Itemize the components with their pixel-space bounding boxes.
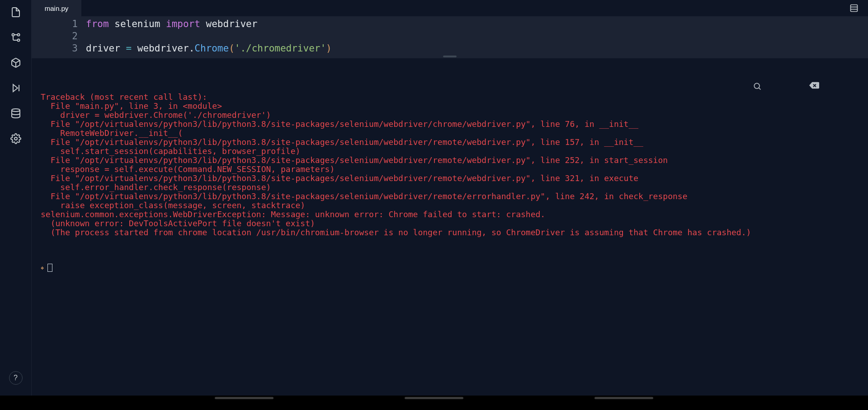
tab-label: main.py — [45, 5, 69, 12]
pane-resize-handle[interactable] — [32, 55, 868, 58]
svg-point-0 — [12, 34, 14, 36]
console-text: Traceback (most recent call last): File … — [41, 93, 859, 237]
svg-point-7 — [14, 137, 17, 140]
main-area: main.py 123 from selenium import webdriv… — [32, 0, 868, 396]
version-control-icon[interactable] — [10, 32, 22, 43]
svg-marker-4 — [13, 84, 18, 92]
tab-main-py[interactable]: main.py — [32, 0, 81, 16]
code-editor[interactable]: 123 from selenium import webdriverdriver… — [32, 16, 868, 55]
packages-icon[interactable] — [10, 57, 22, 69]
svg-point-1 — [17, 39, 19, 42]
left-sidebar: ? — [0, 0, 32, 396]
svg-line-12 — [759, 88, 761, 90]
console-cursor — [47, 264, 52, 272]
svg-point-2 — [17, 34, 19, 36]
svg-point-11 — [755, 83, 760, 89]
svg-point-6 — [12, 109, 20, 112]
svg-rect-8 — [851, 5, 858, 12]
line-numbers: 123 — [32, 18, 86, 55]
console-output[interactable]: Traceback (most recent call last): File … — [32, 58, 868, 396]
bottom-strip — [0, 396, 868, 410]
help-button[interactable]: ? — [9, 371, 23, 385]
clear-console-icon[interactable] — [809, 64, 858, 109]
debugger-icon[interactable] — [10, 82, 22, 94]
help-label: ? — [14, 374, 18, 382]
prompt-icon: ❖ — [41, 263, 44, 272]
database-icon[interactable] — [10, 107, 22, 119]
layout-icon[interactable] — [849, 3, 859, 13]
code-content[interactable]: from selenium import webdriverdriver = w… — [86, 18, 868, 55]
tab-bar: main.py — [32, 0, 868, 16]
files-icon[interactable] — [10, 6, 22, 18]
settings-icon[interactable] — [10, 133, 22, 144]
search-icon[interactable] — [753, 64, 802, 109]
console-prompt[interactable]: ❖ — [41, 263, 859, 272]
